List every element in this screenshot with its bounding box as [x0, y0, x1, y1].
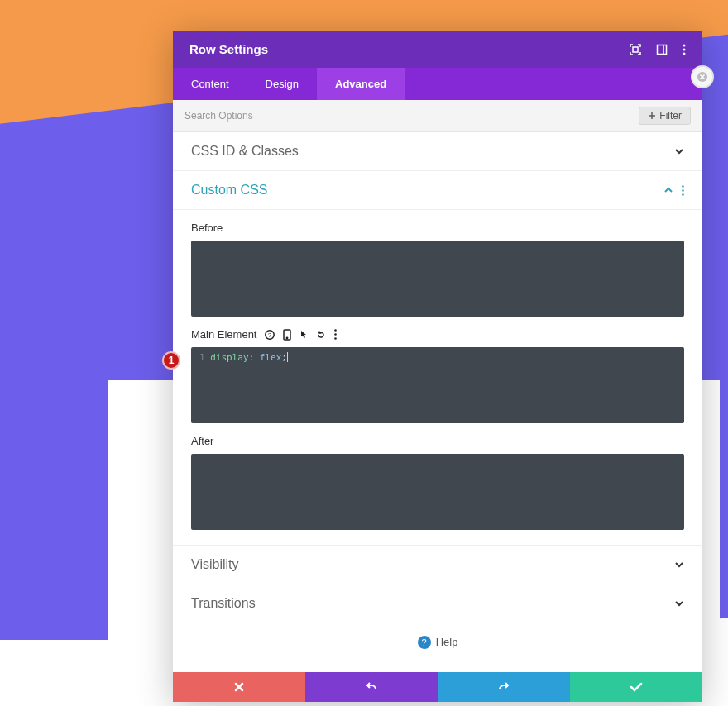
section-title: Custom CSS: [191, 183, 267, 198]
action-bar: [173, 672, 702, 702]
close-modal-button[interactable]: [691, 65, 714, 88]
row-settings-modal: Row Settings Content Design Advanced Sea…: [173, 31, 702, 702]
svg-point-17: [335, 333, 338, 336]
help-icon: ?: [418, 636, 431, 649]
code-editor-before[interactable]: [191, 241, 684, 317]
tablet-icon[interactable]: [283, 329, 291, 341]
reset-icon[interactable]: [316, 330, 326, 340]
expand-icon[interactable]: [630, 44, 641, 55]
chevron-down-icon: [674, 600, 684, 607]
tab-design[interactable]: Design: [247, 68, 317, 100]
section-css-id-classes[interactable]: CSS ID & Classes: [173, 132, 702, 171]
svg-point-9: [682, 185, 684, 188]
cancel-button[interactable]: [173, 672, 305, 702]
search-bar: Search Options Filter: [173, 100, 702, 132]
redo-button[interactable]: [438, 672, 570, 702]
kebab-menu-icon[interactable]: [682, 44, 686, 55]
code-line: 1 display: flex;: [199, 352, 288, 363]
section-title: Transitions: [191, 596, 256, 611]
save-button[interactable]: [570, 672, 702, 702]
label-main-element: Main Element: [191, 328, 256, 341]
filter-label: Filter: [659, 110, 682, 122]
svg-point-5: [683, 48, 686, 50]
section-kebab-icon[interactable]: [682, 185, 684, 196]
code-editor-after[interactable]: [191, 454, 684, 530]
section-visibility[interactable]: Visibility: [173, 546, 702, 584]
hover-icon[interactable]: [299, 330, 308, 340]
custom-css-body: Before Main Element ? 1 display: flex; A…: [173, 210, 702, 546]
modal-title: Row Settings: [189, 42, 268, 56]
svg-point-11: [682, 193, 684, 196]
svg-point-10: [682, 189, 684, 192]
svg-point-4: [683, 44, 686, 46]
tab-advanced[interactable]: Advanced: [317, 68, 405, 100]
svg-point-18: [335, 337, 338, 340]
svg-rect-1: [633, 47, 638, 52]
svg-point-15: [287, 337, 288, 338]
tab-content[interactable]: Content: [173, 68, 247, 100]
modal-tabs: Content Design Advanced: [173, 68, 702, 100]
section-title: Visibility: [191, 557, 239, 572]
chevron-up-icon: [663, 187, 673, 193]
label-after: After: [191, 435, 684, 447]
search-input[interactable]: Search Options: [184, 110, 253, 122]
help-link[interactable]: ?Help: [173, 623, 702, 672]
more-icon[interactable]: [334, 329, 337, 340]
chevron-down-icon: [674, 148, 684, 155]
help-icon[interactable]: ?: [265, 330, 275, 340]
section-transitions[interactable]: Transitions: [173, 584, 702, 623]
filter-button[interactable]: Filter: [639, 107, 691, 125]
modal-header: Row Settings: [173, 31, 702, 68]
svg-point-16: [335, 329, 338, 332]
annotation-marker-1: 1: [162, 351, 180, 370]
svg-rect-2: [658, 45, 667, 54]
svg-text:?: ?: [268, 332, 272, 339]
undo-button[interactable]: [305, 672, 438, 702]
section-title: CSS ID & Classes: [191, 144, 299, 159]
snap-icon[interactable]: [656, 44, 668, 55]
code-editor-main[interactable]: 1 display: flex;: [191, 347, 684, 423]
label-before: Before: [191, 222, 684, 234]
svg-point-6: [683, 52, 686, 55]
section-custom-css[interactable]: Custom CSS: [173, 171, 702, 210]
chevron-down-icon: [674, 561, 684, 568]
